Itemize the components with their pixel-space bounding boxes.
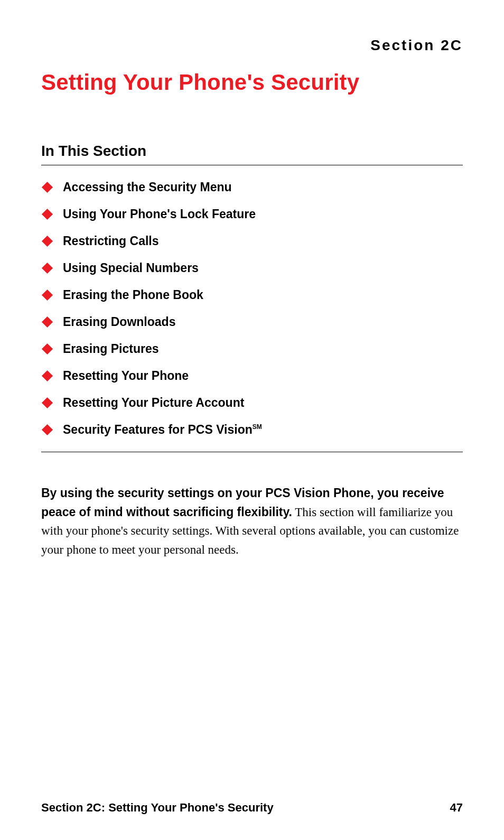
toc-list: Accessing the Security Menu Using Your P…: [41, 180, 463, 452]
toc-item: Erasing Downloads: [41, 315, 463, 329]
toc-item: Resetting Your Picture Account: [41, 396, 463, 410]
toc-item-label: Using Special Numbers: [63, 261, 199, 275]
body-paragraph: By using the security settings on your P…: [41, 484, 463, 559]
toc-item-label: Using Your Phone's Lock Feature: [63, 207, 256, 221]
diamond-bullet-icon: [42, 182, 53, 193]
toc-item-label: Accessing the Security Menu: [63, 180, 232, 194]
in-this-section-heading: In This Section: [41, 143, 463, 165]
diamond-bullet-icon: [42, 424, 53, 435]
page-content: Section 2C Setting Your Phone's Security…: [0, 0, 504, 559]
toc-item: Erasing Pictures: [41, 342, 463, 356]
footer-page-number: 47: [450, 801, 463, 815]
diamond-bullet-icon: [42, 343, 53, 354]
diamond-bullet-icon: [42, 209, 53, 220]
toc-item-label: Resetting Your Phone: [63, 369, 189, 383]
toc-item-label: Restricting Calls: [63, 234, 159, 248]
toc-item: Erasing the Phone Book: [41, 288, 463, 302]
toc-item: Restricting Calls: [41, 234, 463, 248]
toc-item-label: Security Features for PCS VisionSM: [63, 423, 262, 437]
toc-item: Using Special Numbers: [41, 261, 463, 275]
diamond-bullet-icon: [42, 236, 53, 247]
toc-item-label: Erasing Downloads: [63, 315, 175, 329]
toc-item-label: Erasing the Phone Book: [63, 288, 203, 302]
diamond-bullet-icon: [42, 370, 53, 381]
diamond-bullet-icon: [42, 263, 53, 274]
toc-item: Accessing the Security Menu: [41, 180, 463, 194]
toc-item-label: Resetting Your Picture Account: [63, 396, 244, 410]
section-label: Section 2C: [41, 37, 463, 54]
toc-item-label: Erasing Pictures: [63, 342, 159, 356]
toc-item: Security Features for PCS VisionSM: [41, 423, 463, 437]
sm-mark: SM: [253, 423, 262, 431]
toc-item: Using Your Phone's Lock Feature: [41, 207, 463, 221]
diamond-bullet-icon: [42, 316, 53, 328]
footer-section-title: Section 2C: Setting Your Phone's Securit…: [41, 801, 274, 815]
page-footer: Section 2C: Setting Your Phone's Securit…: [41, 801, 463, 815]
diamond-bullet-icon: [42, 290, 53, 301]
toc-item: Resetting Your Phone: [41, 369, 463, 383]
page-title: Setting Your Phone's Security: [41, 70, 463, 95]
diamond-bullet-icon: [42, 397, 53, 408]
